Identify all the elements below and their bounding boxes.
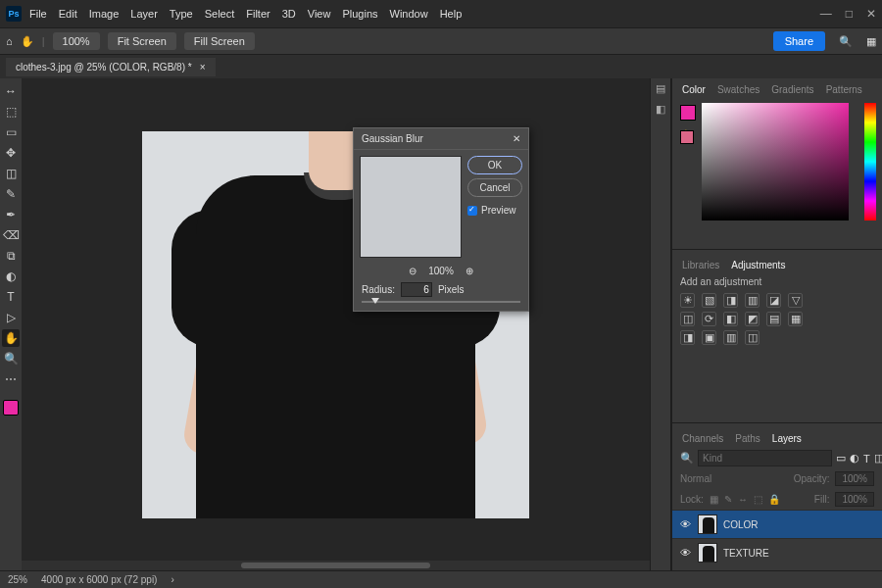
tab-gradients[interactable]: Gradients (767, 82, 817, 97)
menu-help[interactable]: Help (440, 8, 463, 20)
lock-artboard-icon[interactable]: ⬚ (754, 494, 762, 505)
invert-icon[interactable]: ▦ (788, 312, 803, 326)
dialog-close-icon[interactable]: ✕ (513, 133, 520, 144)
brush-tool-icon[interactable]: ✒ (2, 206, 20, 223)
canvas[interactable] (22, 78, 650, 570)
layer-filter-input[interactable] (698, 450, 832, 466)
hue-sat-icon[interactable]: ▽ (788, 293, 803, 308)
ok-button[interactable]: OK (467, 156, 522, 174)
lock-pixels-icon[interactable]: ✎ (724, 494, 732, 505)
document-tab[interactable]: clothes-3.jpg @ 25% (COLOR, RGB/8) * × (6, 58, 216, 76)
menu-view[interactable]: View (308, 8, 331, 20)
threshold-icon[interactable]: ▣ (702, 330, 716, 345)
hue-slider[interactable] (864, 103, 876, 220)
tab-color[interactable]: Color (678, 82, 710, 97)
chevron-right-icon[interactable]: › (171, 574, 173, 585)
tab-layers[interactable]: Layers (770, 431, 804, 446)
window-minimize-icon[interactable]: — (820, 7, 832, 21)
cancel-button[interactable]: Cancel (467, 178, 522, 197)
color-picker[interactable]: ▲ (678, 103, 876, 245)
tab-channels[interactable]: Channels (680, 431, 725, 446)
menu-plugins[interactable]: Plugins (342, 8, 377, 20)
tab-swatches[interactable]: Swatches (713, 82, 763, 97)
color-lookup-icon[interactable]: ▤ (766, 312, 781, 326)
layer-name[interactable]: TEXTURE (723, 548, 769, 559)
gradient-map-icon[interactable]: ▥ (723, 330, 738, 345)
checkbox-icon[interactable] (467, 206, 477, 216)
panel-icon[interactable]: ◧ (656, 103, 665, 116)
blend-mode-select[interactable]: Normal (680, 473, 711, 484)
window-maximize-icon[interactable]: □ (846, 7, 853, 21)
share-button[interactable]: Share (773, 31, 825, 51)
foreground-color-swatch[interactable] (3, 400, 19, 416)
exposure-icon[interactable]: ▥ (745, 293, 760, 308)
preview-checkbox[interactable]: Preview (467, 205, 522, 216)
bw-icon[interactable]: ⟳ (702, 312, 716, 326)
layer-row[interactable]: 👁 COLOR (672, 510, 882, 538)
more-tools-icon[interactable]: ⋯ (2, 370, 20, 388)
layer-thumbnail[interactable] (698, 543, 717, 563)
lasso-tool-icon[interactable]: ▭ (2, 123, 20, 141)
menu-filter[interactable]: Filter (246, 8, 270, 20)
saturation-brightness-field[interactable] (702, 103, 849, 220)
clone-tool-icon[interactable]: ⧉ (2, 247, 20, 265)
move-tool-icon[interactable]: ↔ (2, 82, 20, 100)
previous-color-swatch[interactable] (680, 130, 694, 144)
lock-all-icon[interactable]: 🔒 (768, 494, 780, 505)
lock-position-icon[interactable]: ↔ (738, 494, 748, 505)
selection-tool-icon[interactable]: ✥ (2, 144, 20, 162)
menu-type[interactable]: Type (170, 8, 193, 20)
filter-shape-icon[interactable]: ◫ (874, 452, 882, 465)
radius-slider[interactable] (362, 301, 520, 303)
radius-input[interactable] (401, 282, 432, 297)
layer-row[interactable]: 👁 TEXTURE (672, 538, 882, 566)
curves-icon[interactable]: ◨ (723, 293, 738, 308)
layer-name[interactable]: COLOR (723, 519, 759, 530)
fit-screen-button[interactable]: Fit Screen (108, 32, 176, 50)
close-tab-icon[interactable]: × (200, 62, 206, 73)
lock-transparent-icon[interactable]: ▦ (710, 494, 718, 505)
home-icon[interactable]: ⌂ (6, 35, 13, 47)
zoom-level[interactable]: 100% (53, 32, 100, 50)
filter-pixel-icon[interactable]: ▭ (836, 452, 846, 465)
selective-color-icon[interactable]: ◫ (745, 330, 760, 345)
gradient-tool-icon[interactable]: ◐ (2, 268, 20, 285)
vibrance-icon[interactable]: ◪ (766, 293, 781, 308)
photo-filter-icon[interactable]: ◧ (723, 312, 738, 326)
status-zoom[interactable]: 25% (8, 574, 27, 585)
type-tool-icon[interactable]: T (2, 288, 20, 306)
menu-window[interactable]: Window (390, 8, 428, 20)
fill-screen-button[interactable]: Fill Screen (184, 32, 255, 50)
dialog-titlebar[interactable]: Gaussian Blur ✕ (354, 128, 528, 150)
opacity-value[interactable]: 100% (835, 471, 874, 486)
menu-edit[interactable]: Edit (59, 8, 77, 20)
search-icon[interactable]: 🔍 (839, 35, 853, 48)
visibility-icon[interactable]: 👁 (680, 518, 692, 530)
eyedropper-tool-icon[interactable]: ✎ (2, 185, 20, 203)
brightness-icon[interactable]: ☀ (680, 293, 695, 308)
hand-tool-icon[interactable]: ✋ (2, 329, 20, 347)
zoom-in-icon[interactable]: ⊕ (466, 266, 473, 276)
panel-icon[interactable]: ▤ (656, 82, 665, 95)
workspace-switcher-icon[interactable]: ▦ (866, 35, 876, 48)
posterize-icon[interactable]: ◨ (680, 330, 695, 345)
menu-3d[interactable]: 3D (282, 8, 296, 20)
eraser-tool-icon[interactable]: ⌫ (2, 226, 20, 244)
menu-layer[interactable]: Layer (130, 8, 158, 20)
tab-adjustments[interactable]: Adjustments (727, 258, 789, 272)
filter-adjust-icon[interactable]: ◐ (850, 452, 859, 465)
dialog-preview-thumbnail[interactable] (360, 156, 462, 258)
filter-type-icon[interactable]: T (863, 453, 870, 465)
tab-libraries[interactable]: Libraries (678, 258, 723, 272)
fill-value[interactable]: 100% (835, 492, 874, 507)
color-balance-icon[interactable]: ◫ (680, 312, 695, 326)
visibility-icon[interactable]: 👁 (680, 547, 692, 559)
zoom-out-icon[interactable]: ⊖ (409, 266, 416, 276)
menu-image[interactable]: Image (89, 8, 120, 20)
horizontal-scrollbar[interactable] (22, 561, 650, 570)
zoom-tool-icon[interactable]: 🔍 (2, 350, 20, 368)
menu-select[interactable]: Select (205, 8, 235, 20)
tab-patterns[interactable]: Patterns (822, 82, 866, 97)
levels-icon[interactable]: ▧ (702, 293, 716, 308)
path-tool-icon[interactable]: ▷ (2, 309, 20, 326)
